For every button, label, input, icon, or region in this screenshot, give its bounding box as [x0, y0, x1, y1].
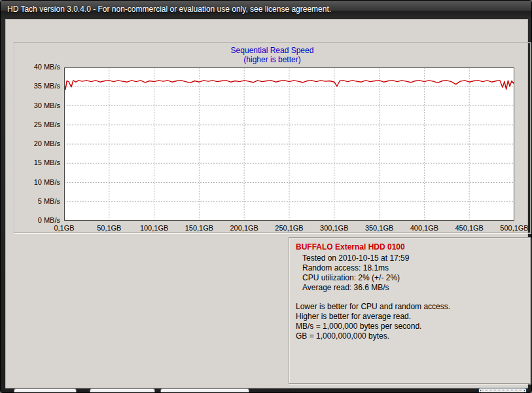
note-lower-better: Lower is better for CPU and random acces… [296, 302, 523, 312]
drive-name: BUFFALO External HDD 0100 [296, 242, 523, 252]
y-axis-tick-label: 40 MB/s [22, 63, 60, 71]
window-title: HD Tach version 3.0.4.0 - For non-commer… [7, 5, 331, 14]
y-axis-tick-label: 35 MB/s [22, 82, 60, 90]
y-axis-tick-label: 5 MB/s [22, 197, 60, 205]
x-axis-tick-label: 500,1GB [495, 224, 532, 232]
title-bar[interactable]: HD Tach version 3.0.4.0 - For non-commer… [1, 1, 532, 19]
x-axis-tick-label: 150,1GB [179, 224, 219, 232]
done-button[interactable]: Done [478, 388, 527, 393]
y-axis-tick-label: 25 MB/s [22, 121, 60, 128]
sequential-read-panel: Sequential Read Speed (higher is better)… [14, 42, 531, 233]
x-axis-tick-label: 50,1GB [90, 224, 129, 232]
y-axis-tick-label: 30 MB/s [22, 102, 60, 109]
upload-results-button[interactable]: Upload Results [90, 388, 155, 393]
info-spacer [296, 293, 523, 302]
x-axis-tick-label: 300,1GB [315, 224, 354, 232]
sequential-read-line-chart [64, 67, 514, 221]
note-gb-def: GB = 1,000,000,000 bytes. [296, 331, 523, 341]
hdtach-window: HD Tach version 3.0.4.0 - For non-commer… [0, 0, 532, 393]
x-axis-tick-label: 400,1GB [404, 224, 444, 232]
x-axis-tick-label: 350,1GB [360, 224, 399, 232]
sequential-chart-title: Sequential Read Speed [14, 46, 530, 55]
random-access-line: Random access: 18.1ms [296, 263, 523, 273]
y-axis-tick-label: 10 MB/s [22, 178, 60, 186]
note-higher-better: Higher is better for average read. [296, 312, 523, 322]
x-axis-tick-label: 100,1GB [135, 224, 174, 232]
cpu-utilization-line: CPU utilization: 2% (+/- 2%) [296, 273, 523, 283]
y-axis-tick-label: 20 MB/s [22, 140, 60, 147]
x-axis-tick-label: 450,1GB [450, 224, 489, 232]
x-axis-tick-label: 200,1GB [224, 224, 264, 232]
note-mbs-def: MB/s = 1,000,000 bytes per second. [296, 322, 523, 331]
x-axis-tick-label: 250,1GB [270, 224, 309, 232]
sequential-chart-subtitle: (higher is better) [14, 55, 530, 64]
tested-on-line: Tested on 2010-10-15 at 17:59 [296, 253, 523, 263]
average-read-line: Average read: 36.6 MB/s [296, 283, 523, 293]
x-axis-tick-label: 0,1GB [44, 224, 84, 232]
compare-another-drive-button[interactable]: Compare Another Drive [160, 388, 249, 393]
y-axis-tick-label: 0 MB/s [22, 216, 60, 224]
save-results-button[interactable]: Save Results [14, 388, 77, 393]
y-axis-tick-label: 15 MB/s [22, 159, 60, 166]
results-info-panel: BUFFALO External HDD 0100 Tested on 2010… [289, 237, 531, 384]
client-area: Sequential Read Speed (higher is better)… [5, 19, 528, 388]
